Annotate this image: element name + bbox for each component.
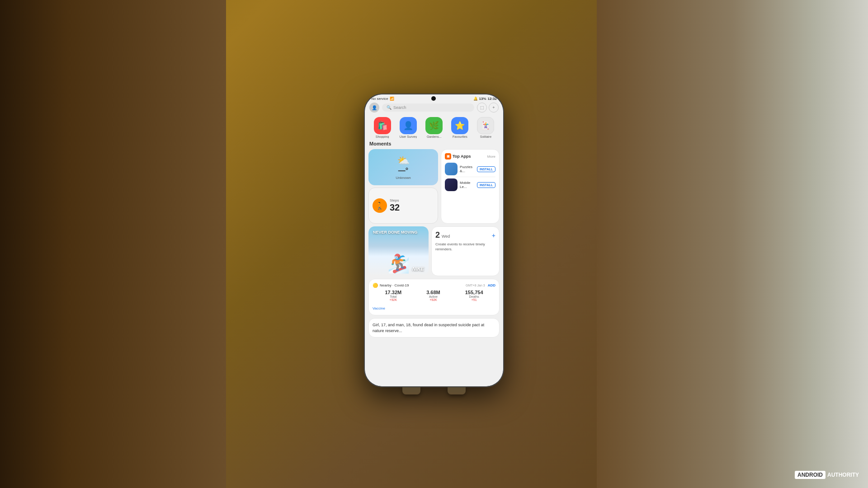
app-label-gardens: Gardens... [427, 135, 442, 138]
news-text: Girl, 17, and man, 18, found dead in sus… [373, 322, 495, 333]
covid-stats: 17.32M Total +92K 3.68M Active +92K 155,… [373, 290, 495, 301]
search-bar-row: 👤 🔍 Search ⬚ + [365, 102, 503, 114]
camera-notch [431, 96, 436, 101]
weather-description: Unknown [396, 176, 410, 180]
app-install-row-1[interactable]: Puzzles &... INSTALL [445, 161, 495, 177]
phone-screen: No service 📶 🔔 13% 12:32 👤 🔍 Search [365, 94, 503, 386]
action-icons: ⬚ + [477, 103, 499, 113]
phone-body: No service 📶 🔔 13% 12:32 👤 🔍 Search [364, 94, 504, 387]
covid-total-label: Total [390, 295, 396, 298]
covid-title: Nearby · Covid-19 [380, 283, 409, 287]
app-icons-row: 🛍️ Shopping 👤 User Survey 🌿 Gardens... ⭐… [365, 114, 503, 139]
install-btn-mobile[interactable]: INSTALL [477, 182, 495, 188]
top-apps-badge: ▣ [445, 153, 451, 160]
background-right [597, 0, 868, 488]
covid-header: 🟡 Nearby · Covid-19 GMT+8 Jan 3 ADD [373, 283, 495, 288]
mute-icon: 🔔 [473, 97, 478, 101]
moments-title: Moments [368, 141, 500, 146]
app-name-mobile: Mobile Le... [460, 181, 475, 189]
steps-label: Steps [390, 198, 400, 202]
watermark-authority: AUTHORITY [827, 472, 859, 478]
covid-icon: 🟡 [373, 283, 378, 288]
nike-logo: NIKE [412, 266, 424, 272]
top-apps-label: Top Apps [453, 154, 471, 159]
status-left: No service 📶 [371, 97, 394, 101]
top-apps-widget[interactable]: ▣ Top Apps More Puzzles &... INSTALL [441, 149, 500, 224]
search-icon: 🔍 [387, 105, 392, 110]
calendar-widget[interactable]: 2 Wed + Create events to receive timely … [431, 226, 500, 276]
app-label-favourites: Favourites [453, 135, 467, 138]
covid-active-change: +92K [429, 298, 437, 301]
app-label-survey: User Survey [400, 135, 417, 138]
search-placeholder: Search [393, 105, 406, 110]
main-scroll: Moments ⛅ —° Unknown 🚶 [365, 139, 503, 386]
cal-header: 2 Wed + [435, 230, 495, 240]
top-apps-title-row: ▣ Top Apps [445, 153, 471, 160]
covid-active-num: 3.68M [426, 290, 440, 295]
widget-row-1: ⛅ —° Unknown 🚶 Steps 32 [368, 149, 500, 224]
app-icon-gardens[interactable]: 🌿 Gardens... [425, 117, 443, 138]
action-icon-add[interactable]: + [489, 103, 499, 113]
top-apps-header: ▣ Top Apps More [445, 153, 495, 160]
battery-status: 13% [479, 97, 486, 101]
covid-deaths-label: Deaths [469, 295, 479, 298]
weather-temp: —° [398, 167, 408, 175]
steps-icon: 🚶 [373, 198, 387, 213]
app-icon-favourites[interactable]: ⭐ Favourites [451, 117, 468, 138]
nike-widget[interactable]: NEVER DONE MOVING 🏂 NIKE [368, 226, 429, 276]
nike-figure: 🏂 [387, 253, 410, 274]
search-box[interactable]: 🔍 Search [382, 103, 474, 112]
cal-add-btn[interactable]: + [492, 232, 495, 239]
time-display: 12:32 [488, 97, 497, 101]
covid-deaths-num: 155,754 [465, 290, 483, 295]
watermark: ANDROID AUTHORITY [795, 471, 859, 479]
signal-status: No service [371, 97, 388, 101]
cal-date-row: 2 Wed [435, 230, 450, 240]
widget-row-2: NEVER DONE MOVING 🏂 NIKE 2 Wed + [368, 226, 500, 276]
action-icon-scan[interactable]: ⬚ [477, 103, 487, 113]
more-link[interactable]: More [487, 155, 495, 159]
app-label-solitaire: Solitaire [480, 135, 491, 138]
covid-stat-deaths: 155,754 Deaths +51 [465, 290, 483, 301]
phone-wrapper: No service 📶 🔔 13% 12:32 👤 🔍 Search [364, 94, 504, 394]
user-avatar[interactable]: 👤 [369, 103, 379, 113]
background-left [0, 0, 226, 488]
app-thumb-puzzles [445, 163, 458, 175]
app-icon-survey[interactable]: 👤 User Survey [400, 117, 417, 138]
status-bar: No service 📶 🔔 13% 12:32 [365, 94, 503, 102]
cal-message: Create events to receive timely reminder… [435, 242, 495, 252]
steps-widget[interactable]: 🚶 Steps 32 [368, 188, 438, 224]
app-icon-solitaire[interactable]: 🃏 Solitaire [477, 117, 494, 138]
status-right: 🔔 13% 12:32 [473, 97, 497, 101]
covid-add-btn[interactable]: ADD [488, 283, 495, 287]
covid-stat-active: 3.68M Active +92K [426, 290, 440, 301]
app-icon-shopping[interactable]: 🛍️ Shopping [374, 117, 391, 138]
covid-stat-total: 17.32M Total +92K [385, 290, 401, 301]
steps-count: 32 [390, 202, 400, 213]
app-install-row-2[interactable]: Mobile Le... INSTALL [445, 177, 495, 192]
cal-day-name: Wed [442, 234, 450, 239]
covid-title-row: 🟡 Nearby · Covid-19 [373, 283, 409, 288]
install-btn-puzzles[interactable]: INSTALL [477, 166, 495, 172]
nike-tagline: NEVER DONE MOVING [373, 230, 418, 235]
weather-icon: ⛅ [397, 155, 410, 167]
vaccine-link[interactable]: Vaccine [373, 306, 385, 310]
news-widget[interactable]: Girl, 17, and man, 18, found dead in sus… [368, 318, 500, 338]
covid-meta: GMT+8 Jan 3 [466, 284, 485, 287]
covid-total-change: +92K [390, 298, 397, 301]
steps-info: Steps 32 [390, 198, 400, 213]
weather-widget[interactable]: ⛅ —° Unknown [368, 149, 438, 185]
covid-widget[interactable]: 🟡 Nearby · Covid-19 GMT+8 Jan 3 ADD 17.3… [368, 279, 500, 315]
covid-active-label: Active [429, 295, 438, 298]
covid-deaths-change: +51 [472, 298, 477, 301]
cal-day-num: 2 [435, 230, 440, 240]
watermark-android: ANDROID [795, 471, 826, 479]
app-name-puzzles: Puzzles &... [460, 165, 475, 173]
app-thumb-mobile [445, 178, 458, 191]
app-label-shopping: Shopping [376, 135, 389, 138]
covid-total-num: 17.32M [385, 290, 401, 295]
wifi-icon: 📶 [390, 97, 394, 101]
